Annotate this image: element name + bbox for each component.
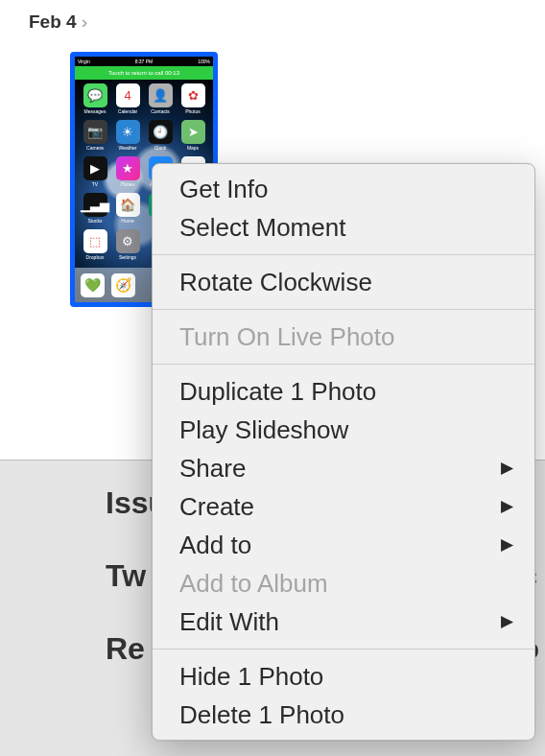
moment-date-label: Feb 4 [29, 12, 77, 33]
phone-app-icon: 4Calendar [113, 83, 142, 114]
menu-item-label: Edit With [179, 604, 279, 639]
menu-item-add-to[interactable]: Add to▶ [153, 526, 534, 564]
submenu-arrow-icon: ▶ [501, 528, 513, 562]
phone-app-icon: 🕘Clock [146, 120, 175, 151]
context-menu: Get InfoSelect MomentRotate ClockwiseTur… [152, 163, 535, 741]
menu-item-label: Add to Album [179, 566, 328, 601]
menu-item-get-info[interactable]: Get Info [153, 170, 534, 208]
menu-item-label: Play Slideshow [179, 413, 348, 447]
menu-item-add-to-album: Add to Album [153, 564, 534, 602]
menu-item-turn-on-live-photo: Turn On Live Photo [153, 318, 534, 356]
menu-item-create[interactable]: Create▶ [153, 487, 534, 526]
submenu-arrow-icon: ▶ [501, 489, 513, 524]
phone-call-return-bar: Touch to return to call 00:13 [75, 66, 213, 80]
phone-app-icon: 🏠Home [113, 193, 142, 224]
phone-app-icon: ⚙Settings [113, 229, 142, 260]
menu-item-duplicate-1-photo[interactable]: Duplicate 1 Photo [153, 372, 534, 411]
phone-app-icon: 📷Camera [81, 120, 109, 151]
menu-separator [153, 254, 534, 255]
phone-status-bar: Virgin 8:37 PM 100% [75, 57, 213, 66]
menu-separator [153, 309, 534, 310]
menu-item-share[interactable]: Share▶ [153, 449, 534, 487]
phone-app-icon: ⬚Dropbox [81, 229, 109, 260]
menu-item-label: Hide 1 Photo [179, 659, 323, 694]
phone-dock-icon: 🧭 [111, 273, 135, 297]
phone-app-icon: ▶TV [81, 156, 109, 187]
menu-item-label: Duplicate 1 Photo [179, 374, 376, 409]
moment-date-header[interactable]: Feb 4 › [0, 0, 545, 33]
menu-item-label: Select Moment [179, 210, 345, 245]
menu-item-edit-with[interactable]: Edit With▶ [153, 602, 534, 641]
phone-dock-icon: 💚 [81, 273, 105, 297]
menu-item-label: Delete 1 Photo [179, 697, 344, 732]
menu-item-label: Share [179, 451, 246, 485]
phone-app-icon: 👤Contacts [146, 83, 175, 114]
menu-item-label: Create [179, 489, 254, 524]
submenu-arrow-icon: ▶ [501, 604, 513, 639]
menu-separator [153, 364, 534, 365]
submenu-arrow-icon: ▶ [501, 451, 513, 485]
menu-item-label: Add to [179, 528, 251, 562]
phone-app-icon: ☀Weather [113, 120, 142, 151]
menu-item-label: Rotate Clockwise [179, 265, 372, 299]
phone-app-icon: 💬Messages [81, 83, 109, 114]
menu-item-select-moment[interactable]: Select Moment [153, 208, 534, 247]
chevron-right-icon: › [82, 12, 87, 33]
phone-app-icon: ★iTunes [113, 156, 142, 187]
phone-app-icon: ✿Photos [178, 83, 207, 114]
phone-app-icon: ▁▃▅Stocks [81, 193, 109, 224]
menu-item-hide-1-photo[interactable]: Hide 1 Photo [153, 657, 534, 696]
menu-item-label: Get Info [179, 172, 269, 206]
phone-app-icon: ➤Maps [178, 120, 207, 151]
bg-text-line: Re [106, 633, 145, 664]
bg-text-line: Tw [106, 560, 146, 591]
menu-separator [153, 649, 534, 650]
menu-item-play-slideshow[interactable]: Play Slideshow [153, 411, 534, 449]
menu-item-label: Turn On Live Photo [179, 319, 395, 354]
menu-item-delete-1-photo[interactable]: Delete 1 Photo [153, 696, 534, 734]
menu-item-rotate-clockwise[interactable]: Rotate Clockwise [153, 263, 534, 301]
